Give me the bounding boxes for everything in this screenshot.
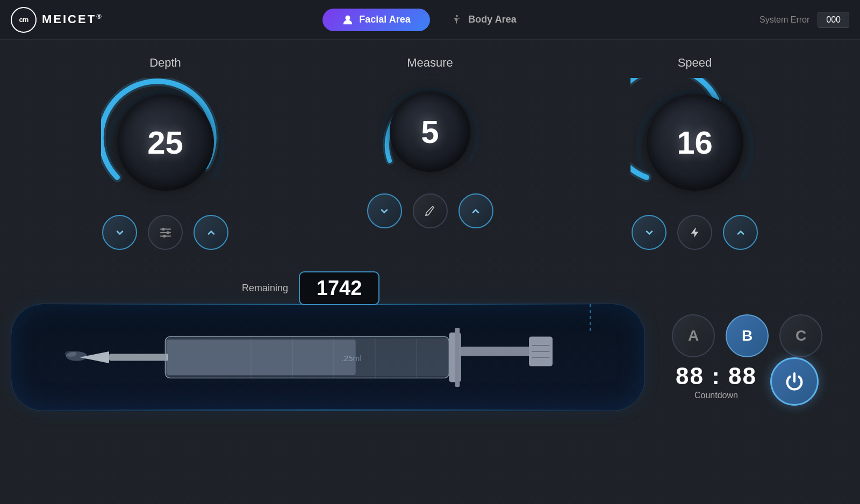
logo: cm MEICET® bbox=[11, 7, 103, 33]
countdown-row: 88 : 88 Countdown bbox=[676, 357, 819, 406]
button-a[interactable]: A bbox=[672, 314, 715, 357]
measure-label: Measure bbox=[407, 56, 453, 70]
svg-point-0 bbox=[346, 15, 350, 20]
depth-knob[interactable]: 25 bbox=[101, 78, 230, 207]
svg-point-5 bbox=[161, 227, 164, 230]
countdown-display: 88 : 88 Countdown bbox=[676, 363, 757, 400]
right-panel: A B C 88 : 88 Countdown bbox=[645, 304, 849, 411]
svg-point-14 bbox=[65, 351, 77, 357]
svg-rect-26 bbox=[455, 328, 460, 387]
depth-down-button[interactable] bbox=[102, 215, 137, 250]
speed-lightning-button[interactable] bbox=[677, 215, 712, 250]
depth-knob-inner: 25 bbox=[117, 94, 214, 191]
depth-controls bbox=[102, 215, 228, 250]
depth-section: Depth 25 bbox=[101, 56, 230, 250]
chevron-down-icon bbox=[379, 206, 390, 217]
remaining-value: 1742 bbox=[299, 271, 379, 305]
sliders-icon bbox=[159, 226, 173, 240]
countdown-time: 88 : 88 bbox=[676, 363, 757, 390]
speed-label: Speed bbox=[678, 56, 712, 70]
measure-needle-button[interactable] bbox=[413, 193, 448, 228]
nav-tabs: Facial Area Body Area bbox=[322, 9, 538, 31]
countdown-label: Countdown bbox=[694, 391, 738, 400]
tab-body[interactable]: Body Area bbox=[430, 9, 538, 31]
svg-point-9 bbox=[426, 214, 427, 215]
body-icon bbox=[451, 14, 463, 26]
speed-controls bbox=[632, 215, 758, 250]
svg-rect-24 bbox=[167, 340, 356, 375]
measure-down-button[interactable] bbox=[367, 193, 402, 228]
svg-point-6 bbox=[166, 231, 169, 234]
button-c[interactable]: C bbox=[779, 314, 822, 357]
chevron-up-icon bbox=[206, 227, 217, 238]
svg-point-7 bbox=[163, 234, 166, 237]
system-error-label: System Error bbox=[759, 15, 809, 25]
tab-facial[interactable]: Facial Area bbox=[322, 9, 430, 31]
measure-value: 5 bbox=[421, 113, 439, 150]
knobs-area: Depth 25 bbox=[0, 40, 860, 261]
speed-knob-inner: 16 bbox=[647, 94, 743, 191]
measure-controls bbox=[367, 193, 493, 228]
measure-knob[interactable]: 5 bbox=[376, 78, 484, 185]
abc-buttons-row: A B C bbox=[672, 314, 822, 357]
chevron-down-icon bbox=[644, 227, 655, 238]
speed-up-button[interactable] bbox=[723, 215, 758, 250]
header-right: System Error 000 bbox=[759, 12, 849, 28]
logo-symbol: cm bbox=[19, 16, 28, 24]
speed-knob[interactable]: 16 bbox=[630, 78, 759, 207]
error-value: 000 bbox=[818, 12, 849, 28]
power-button[interactable] bbox=[770, 357, 819, 406]
speed-down-button[interactable] bbox=[632, 215, 666, 250]
depth-settings-button[interactable] bbox=[148, 215, 183, 250]
svg-rect-12 bbox=[109, 354, 168, 361]
svg-rect-27 bbox=[461, 347, 532, 356]
lightning-icon bbox=[689, 227, 701, 239]
logo-circle: cm bbox=[11, 7, 37, 33]
logo-text: MEICET® bbox=[42, 12, 103, 26]
depth-value: 25 bbox=[147, 124, 183, 161]
speed-section: Speed 16 bbox=[630, 56, 759, 250]
chevron-up-icon bbox=[735, 227, 746, 238]
syringe-container: .25ml bbox=[11, 304, 645, 411]
needle-icon bbox=[424, 205, 436, 218]
main-content: Depth 25 bbox=[0, 40, 860, 504]
speed-value: 16 bbox=[677, 124, 713, 161]
chevron-up-icon bbox=[470, 206, 481, 217]
depth-up-button[interactable] bbox=[194, 215, 228, 250]
measure-knob-inner: 5 bbox=[390, 91, 470, 172]
measure-section: Measure 5 bbox=[367, 56, 493, 228]
syringe-svg: .25ml bbox=[11, 304, 644, 411]
remaining-label: Remaining bbox=[242, 283, 288, 294]
facial-icon bbox=[342, 14, 354, 26]
chevron-down-icon bbox=[114, 227, 125, 238]
power-icon bbox=[784, 371, 805, 392]
header: cm MEICET® Facial Area Body Area System … bbox=[0, 0, 860, 40]
remaining-area: Remaining 1742 bbox=[242, 271, 379, 305]
measure-up-button[interactable] bbox=[458, 193, 493, 228]
depth-label: Depth bbox=[149, 56, 181, 70]
button-b[interactable]: B bbox=[726, 314, 769, 357]
